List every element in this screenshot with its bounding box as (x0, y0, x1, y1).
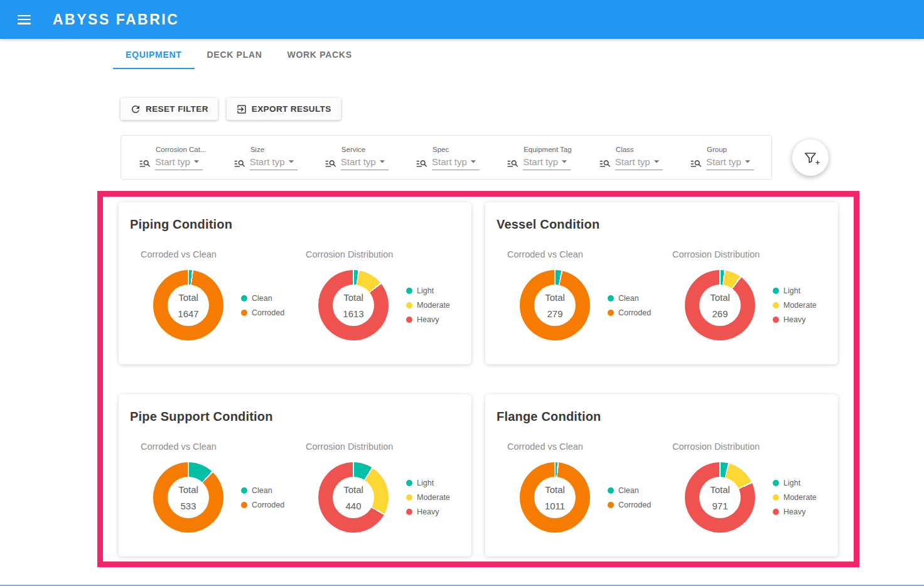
spec-input[interactable] (432, 156, 467, 167)
corroded-vs-clean-chart: Corroded vs Clean Total 279 Clean (497, 249, 662, 340)
donut-chart[interactable]: Total 269 (685, 270, 755, 340)
donut-center-label: Total (178, 292, 198, 303)
donut-total-value: 533 (180, 501, 196, 511)
manage-search-icon (234, 157, 246, 170)
chart-subtitle: Corrosion Distribution (306, 442, 460, 452)
donut-center-label: Total (545, 292, 565, 303)
donut-center-label: Total (710, 292, 730, 303)
donut-total-value: 971 (712, 501, 728, 511)
donut-total-value: 1647 (178, 308, 198, 319)
legend-item[interactable]: Clean (608, 486, 651, 495)
legend-item[interactable]: Clean (241, 486, 284, 495)
donut-center-label: Total (710, 484, 730, 495)
filter-field-group: Group (690, 146, 754, 170)
legend-item[interactable]: Light (773, 479, 817, 487)
legend-label: Light (783, 479, 800, 487)
chevron-down-icon[interactable] (376, 155, 389, 168)
tab-work-packs[interactable]: WORK PACKS (275, 41, 365, 69)
legend-label: Clean (618, 486, 639, 495)
corrosion-category-input[interactable] (155, 156, 190, 167)
legend-item[interactable]: Corroded (241, 308, 284, 317)
legend-label: Corroded (618, 501, 651, 509)
chevron-down-icon[interactable] (558, 155, 571, 168)
legend-item[interactable]: Light (773, 286, 817, 295)
chart-legend: Light Moderate Heavy (406, 286, 450, 324)
donut-chart[interactable]: Total 1613 (318, 270, 389, 340)
legend-item[interactable]: Light (406, 479, 450, 487)
export-results-label: EXPORT RESULTS (252, 104, 331, 114)
legend-label: Clean (252, 486, 272, 495)
legend-dot (608, 502, 614, 508)
legend-dot (773, 317, 779, 323)
chevron-down-icon[interactable] (285, 155, 298, 168)
legend-label: Light (783, 286, 800, 295)
legend-item[interactable]: Clean (608, 294, 651, 303)
legend-item[interactable]: Moderate (773, 493, 817, 502)
donut-center: Total 533 (168, 477, 209, 518)
legend-item[interactable]: Moderate (773, 301, 817, 310)
add-filter-fab[interactable]: + (792, 139, 829, 176)
filter-field-size: Size (234, 146, 298, 170)
export-results-button[interactable]: EXPORT RESULTS (227, 98, 341, 120)
donut-center: Total 440 (333, 477, 374, 518)
legend-item[interactable]: Light (406, 286, 450, 295)
legend-dot (608, 310, 614, 316)
highlight-box: Piping Condition Corroded vs Clean Total… (97, 191, 859, 567)
legend-dot (773, 480, 779, 486)
hamburger-menu-button[interactable] (11, 7, 36, 32)
donut-chart[interactable]: Total 1011 (520, 462, 590, 533)
legend-dot (608, 487, 614, 494)
legend-item[interactable]: Heavy (773, 315, 817, 324)
legend-item[interactable]: Moderate (406, 493, 450, 502)
group-input[interactable] (706, 156, 741, 167)
legend-dot (241, 295, 247, 301)
chevron-down-icon[interactable] (190, 155, 203, 168)
chevron-down-icon[interactable] (650, 155, 663, 168)
tab-equipment[interactable]: EQUIPMENT (113, 41, 195, 69)
filter-section: Corrosion Cat... Size Service (121, 135, 924, 180)
legend-label: Corroded (252, 501, 284, 509)
legend-item[interactable]: Heavy (406, 507, 450, 516)
legend-item[interactable]: Heavy (773, 507, 817, 516)
class-input[interactable] (615, 156, 650, 167)
legend-item[interactable]: Corroded (608, 308, 651, 317)
chevron-down-icon[interactable] (741, 155, 754, 168)
chevron-down-icon[interactable] (467, 155, 480, 168)
legend-item[interactable]: Moderate (406, 301, 450, 310)
manage-search-icon (690, 157, 702, 170)
card-title: Flange Condition (497, 410, 827, 424)
legend-item[interactable]: Clean (241, 294, 284, 303)
donut-chart[interactable]: Total 440 (318, 462, 389, 533)
donut-center: Total 269 (699, 285, 741, 326)
legend-item[interactable]: Heavy (406, 315, 450, 324)
donut-chart[interactable]: Total 279 (520, 270, 590, 340)
reset-filter-button[interactable]: RESET FILTER (121, 98, 218, 120)
tab-deck-plan[interactable]: DECK PLAN (195, 41, 275, 69)
chart-subtitle: Corroded vs Clean (141, 249, 295, 259)
donut-total-value: 279 (547, 308, 562, 319)
donut-total-value: 1613 (343, 308, 363, 319)
legend-dot (406, 480, 412, 486)
filter-label: Group (707, 146, 754, 153)
legend-label: Light (417, 286, 434, 295)
legend-dot (241, 502, 247, 508)
legend-label: Moderate (417, 301, 450, 310)
donut-chart[interactable]: Total 1647 (153, 270, 223, 340)
donut-chart[interactable]: Total 971 (685, 462, 755, 533)
legend-dot (773, 509, 779, 515)
legend-label: Moderate (783, 301, 817, 310)
card-title: Pipe Support Condition (130, 410, 460, 424)
legend-dot (608, 295, 614, 301)
equipment-tag-input[interactable] (523, 156, 558, 167)
toolbar: RESET FILTER EXPORT RESULTS (121, 98, 924, 120)
donut-total-value: 1011 (545, 501, 565, 511)
legend-item[interactable]: Corroded (241, 501, 284, 509)
size-input[interactable] (250, 156, 285, 167)
filter-label: Service (341, 146, 389, 153)
card-pipe-support-condition: Pipe Support Condition Corroded vs Clean… (119, 394, 471, 556)
donut-chart[interactable]: Total 533 (153, 462, 223, 533)
chart-subtitle: Corroded vs Clean (141, 442, 295, 452)
legend-dot (406, 317, 412, 323)
service-input[interactable] (341, 156, 376, 167)
legend-item[interactable]: Corroded (608, 501, 651, 509)
